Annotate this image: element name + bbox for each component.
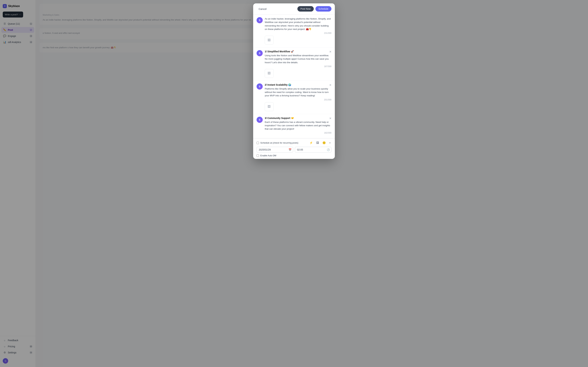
post-text-2: Platforms like Shopify allow you to scal… [265, 87, 294, 98]
modal-header: Cancel Post Now Schedule [253, 3, 294, 14]
thread-post-3: ✕ S 3/ Community Support 🤝 Each of these… [253, 114, 294, 138]
post-avatar-1: S [257, 50, 263, 56]
thread-post-1: ✕ S 1/ Simplified Workflow 🚀 Using tools… [253, 47, 294, 81]
post-title-1: 1/ Simplified Workflow 🚀 [265, 50, 294, 53]
modal-footer: Schedule at (check for recurring posts) … [253, 138, 294, 159]
auto-dm-checkbox[interactable] [257, 154, 259, 157]
datetime-row: 📅 🕐 [257, 147, 294, 153]
schedule-checkbox[interactable] [257, 142, 259, 144]
schedule-checkbox-text: Schedule at (check for recurring posts) [260, 142, 294, 144]
post-image-1[interactable]: 🖼 [265, 69, 274, 78]
thread-post-0: S As an indie hacker, leveraging platfor… [253, 14, 294, 47]
post-charcount-2: 201/300 [265, 99, 294, 101]
auto-dm-row: Enable Auto DM [257, 154, 294, 157]
post-title-2: 2/ Instant Scalability 🌍 [265, 83, 294, 86]
compose-modal: Cancel Post Now Schedule S As an indie h… [253, 3, 294, 159]
modal-body[interactable]: S As an indie hacker, leveraging platfor… [253, 14, 294, 138]
post-avatar-3: S [257, 117, 263, 123]
post-image-0[interactable]: 🖼 [265, 36, 274, 44]
post-title-3: 3/ Community Support 🤝 [265, 117, 294, 119]
post-text-3: Each of these platforms has a vibrant co… [265, 120, 294, 131]
post-charcount-3: 182/300 [265, 132, 294, 134]
post-charcount-0: 231/300 [265, 32, 294, 34]
post-charcount-1: 187/300 [265, 65, 294, 68]
date-input-wrap: 📅 [257, 147, 293, 153]
schedule-row: Schedule at (check for recurring posts) … [257, 141, 294, 145]
schedule-checkbox-label[interactable]: Schedule at (check for recurring posts) [257, 142, 294, 144]
post-avatar-0: S [257, 17, 263, 23]
modal-overlay: Cancel Post Now Schedule S As an indie h… [0, 0, 294, 184]
post-text-1: Using tools like Notion and Webflow stre… [265, 54, 294, 64]
cancel-button[interactable]: Cancel [257, 7, 269, 11]
auto-dm-label: Enable Auto DM [260, 154, 276, 157]
post-image-2[interactable]: 🖼 [265, 102, 274, 111]
date-input[interactable] [257, 147, 293, 153]
thread-post-2: ✕ S 2/ Instant Scalability 🌍 Platforms l… [253, 81, 294, 114]
post-avatar-2: S [257, 83, 263, 90]
post-text-0: As an indie hacker, leveraging platforms… [265, 17, 294, 31]
